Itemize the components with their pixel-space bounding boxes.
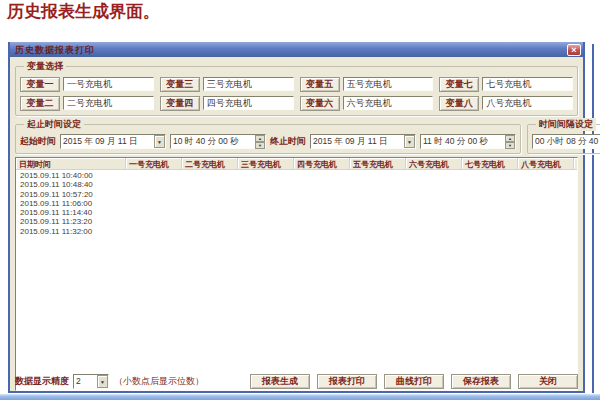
- column-header-filler: [574, 158, 577, 170]
- variable-4-field[interactable]: 四号充电机: [203, 96, 294, 110]
- report-table-body: 2015.09.11 10:40:00 2015.09.11 10:48:40 …: [16, 170, 577, 236]
- start-date-value: 2015 年 09 月 11 日: [61, 135, 154, 148]
- background-window-border-right: [592, 44, 594, 393]
- spin-up-icon[interactable]: ▲: [505, 135, 515, 142]
- end-time-value: 11 时 40 分 00 秒: [421, 135, 505, 148]
- end-date-dropdown-icon[interactable]: ▼: [404, 135, 415, 148]
- generate-report-button[interactable]: 报表生成: [250, 374, 310, 389]
- variable-7-button[interactable]: 变量七: [439, 77, 479, 92]
- dialog-titlebar[interactable]: 历史数据报表打印 ×: [10, 42, 583, 57]
- variable-pair-8: 变量八 八号充电机: [439, 95, 573, 111]
- variable-8-field[interactable]: 八号充电机: [482, 96, 573, 110]
- table-row[interactable]: 2015.09.11 11:14:40: [16, 208, 577, 217]
- variable-pair-6: 变量六 六号充电机: [300, 95, 434, 111]
- start-time-spinner[interactable]: 10 时 40 分 00 秒 ▲ ▼: [170, 134, 266, 149]
- precision-label: 数据显示精度: [15, 375, 69, 388]
- table-row[interactable]: 2015.09.11 11:32:00: [16, 227, 577, 236]
- end-time-spinner[interactable]: 11 时 40 分 00 秒 ▲ ▼: [420, 134, 516, 149]
- start-time-spin-buttons: ▲ ▼: [255, 135, 265, 148]
- variable-1-field[interactable]: 一号充电机: [63, 77, 154, 91]
- column-header-charger-3[interactable]: 三号充电机: [238, 158, 294, 170]
- column-header-charger-2[interactable]: 二号充电机: [182, 158, 238, 170]
- time-range-group-label: 起止时间设定: [24, 118, 84, 131]
- variable-pair-2: 变量二 二号充电机: [20, 95, 154, 111]
- variable-4-button[interactable]: 变量四: [160, 96, 200, 111]
- column-header-charger-7[interactable]: 七号充电机: [462, 158, 518, 170]
- time-settings-row: 起止时间设定 起始时间 2015 年 09 月 11 日 ▼ 10 时 40 分…: [15, 118, 578, 154]
- variable-grid: 变量一 一号充电机 变量二 二号充电机 变量三 三号充电机 变量四 四号充电机 …: [20, 76, 573, 111]
- table-row[interactable]: 2015.09.11 11:23:20: [16, 217, 577, 226]
- table-row[interactable]: 2015.09.11 10:57:20: [16, 190, 577, 199]
- close-button[interactable]: 关闭: [518, 374, 578, 389]
- interval-group-label: 时间间隔设定: [536, 118, 596, 131]
- print-curve-button[interactable]: 曲线打印: [384, 374, 444, 389]
- variable-5-button[interactable]: 变量五: [300, 77, 340, 92]
- precision-select[interactable]: 2 ▼: [73, 374, 109, 389]
- column-header-charger-5[interactable]: 五号充电机: [350, 158, 406, 170]
- variable-pair-7: 变量七 七号充电机: [439, 76, 573, 92]
- variable-6-field[interactable]: 六号充电机: [343, 96, 434, 110]
- spin-down-icon[interactable]: ▼: [505, 142, 515, 149]
- report-table-header: 日期时间 一号充电机 二号充电机 三号充电机 四号充电机 五号充电机 六号充电机…: [16, 158, 577, 170]
- start-time-value: 10 时 40 分 00 秒: [171, 135, 255, 148]
- column-header-charger-1[interactable]: 一号充电机: [126, 158, 182, 170]
- column-header-charger-8[interactable]: 八号充电机: [518, 158, 574, 170]
- close-icon[interactable]: ×: [567, 44, 581, 56]
- background-window-border-bottom: [0, 393, 600, 400]
- precision-dropdown-icon[interactable]: ▼: [97, 375, 108, 388]
- column-header-datetime[interactable]: 日期时间: [16, 158, 126, 170]
- interval-group: 时间间隔设定 00 小时 08 分 40 秒 ▲ ▼: [527, 118, 600, 154]
- interval-fields: 00 小时 08 分 40 秒 ▲ ▼: [532, 134, 600, 149]
- interval-value: 00 小时 08 分 40 秒: [533, 135, 600, 148]
- column-header-charger-6[interactable]: 六号充电机: [406, 158, 462, 170]
- column-header-charger-4[interactable]: 四号充电机: [294, 158, 350, 170]
- spin-down-icon[interactable]: ▼: [255, 142, 265, 149]
- end-time-label: 终止时间: [270, 135, 306, 148]
- variable-5-field[interactable]: 五号充电机: [343, 77, 434, 91]
- variable-2-field[interactable]: 二号充电机: [63, 96, 154, 110]
- variable-pair-1: 变量一 一号充电机: [20, 76, 154, 92]
- variable-3-field[interactable]: 三号充电机: [203, 77, 294, 91]
- table-row[interactable]: 2015.09.11 10:40:00: [16, 171, 577, 180]
- print-report-button[interactable]: 报表打印: [317, 374, 377, 389]
- time-range-group: 起止时间设定 起始时间 2015 年 09 月 11 日 ▼ 10 时 40 分…: [15, 118, 521, 154]
- end-time-spin-buttons: ▲ ▼: [505, 135, 515, 148]
- dialog-client-area: 变量选择 变量一 一号充电机 变量二 二号充电机 变量三 三号充电机 变量四 四…: [10, 57, 583, 391]
- dialog-title: 历史数据报表打印: [15, 43, 567, 57]
- start-time-label: 起始时间: [20, 135, 56, 148]
- spin-up-icon[interactable]: ▲: [255, 135, 265, 142]
- variable-pair-4: 变量四 四号充电机: [160, 95, 294, 111]
- precision-note: （小数点后显示位数）: [114, 375, 204, 388]
- table-row[interactable]: 2015.09.11 11:06:00: [16, 199, 577, 208]
- end-date-picker[interactable]: 2015 年 09 月 11 日 ▼: [310, 134, 416, 149]
- variable-1-button[interactable]: 变量一: [20, 77, 60, 92]
- start-date-dropdown-icon[interactable]: ▼: [154, 135, 165, 148]
- end-date-value: 2015 年 09 月 11 日: [311, 135, 404, 148]
- variable-3-button[interactable]: 变量三: [160, 77, 200, 92]
- interval-spinner[interactable]: 00 小时 08 分 40 秒 ▲ ▼: [532, 134, 600, 149]
- variable-6-button[interactable]: 变量六: [300, 96, 340, 111]
- report-table[interactable]: 日期时间 一号充电机 二号充电机 三号充电机 四号充电机 五号充电机 六号充电机…: [15, 157, 578, 391]
- start-date-picker[interactable]: 2015 年 09 月 11 日 ▼: [60, 134, 166, 149]
- save-report-button[interactable]: 保存报表: [451, 374, 511, 389]
- variable-selection-group: 变量选择 变量一 一号充电机 变量二 二号充电机 变量三 三号充电机 变量四 四…: [15, 60, 578, 116]
- time-range-fields: 起始时间 2015 年 09 月 11 日 ▼ 10 时 40 分 00 秒 ▲…: [20, 134, 516, 149]
- footer-bar: 数据显示精度 2 ▼ （小数点后显示位数） 报表生成 报表打印 曲线打印 保存报…: [15, 373, 578, 389]
- history-report-dialog: 历史数据报表打印 × 变量选择 变量一 一号充电机 变量二 二号充电机 变量三 …: [8, 42, 585, 393]
- variable-group-label: 变量选择: [24, 60, 66, 73]
- table-row[interactable]: 2015.09.11 10:48:40: [16, 180, 577, 189]
- page-heading: 、历史报表生成界面。: [0, 0, 160, 23]
- variable-pair-3: 变量三 三号充电机: [160, 76, 294, 92]
- variable-pair-5: 变量五 五号充电机: [300, 76, 434, 92]
- variable-2-button[interactable]: 变量二: [20, 96, 60, 111]
- variable-7-field[interactable]: 七号充电机: [482, 77, 573, 91]
- variable-8-button[interactable]: 变量八: [439, 96, 479, 111]
- precision-value: 2: [74, 375, 97, 388]
